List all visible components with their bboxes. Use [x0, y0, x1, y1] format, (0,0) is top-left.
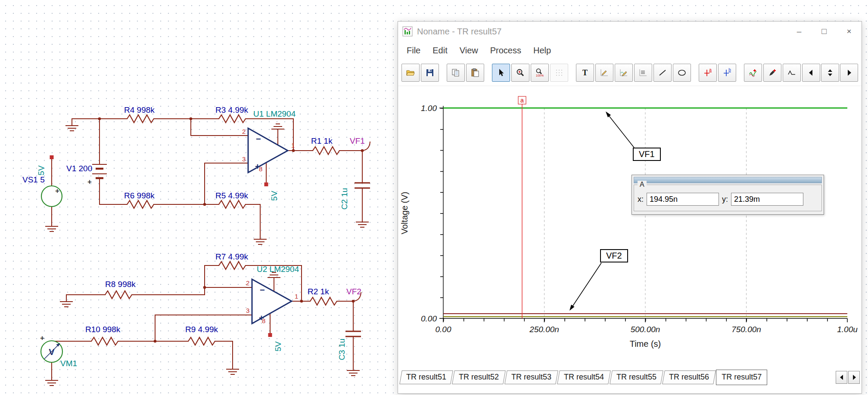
cursor-a-flag: a	[520, 97, 524, 104]
opamp-U1[interactable]: − +	[248, 128, 288, 173]
resistor-R10[interactable]	[91, 337, 118, 345]
cursor-y-label: y:	[722, 195, 728, 204]
annotation-vf1[interactable]: VF1	[633, 148, 661, 161]
cursor-a-button[interactable]: a	[699, 64, 717, 82]
tab-right-arrow-icon	[851, 374, 858, 381]
label-r10: R10 998k	[85, 325, 121, 334]
x-tick-2: 500.00n	[631, 325, 660, 334]
tab-scroll-right-button[interactable]	[848, 371, 860, 384]
zoom-100-button[interactable]: 100%	[531, 64, 549, 82]
resistor-R5[interactable]	[219, 201, 246, 208]
titlebar[interactable]: Noname - TR result57 – □ ×	[398, 22, 862, 41]
menu-process[interactable]: Process	[484, 46, 527, 56]
edit-curve-2-button[interactable]	[615, 64, 633, 82]
cursor-arrow-icon	[496, 68, 506, 77]
tab-tr-result51[interactable]: TR result51	[399, 370, 453, 384]
text-tool-button[interactable]: T	[576, 64, 594, 82]
plot-area[interactable]: 1.00 0.00 0.00 250.00n 500.00n 750.00n 1…	[398, 87, 862, 368]
axis-settings-button[interactable]	[634, 64, 652, 82]
capacitor-C3[interactable]	[345, 331, 361, 336]
cursor-x-label: x:	[638, 195, 644, 204]
select-tool-button[interactable]	[492, 64, 510, 82]
x-tick-1: 250.00n	[529, 325, 559, 334]
cursor-b-button[interactable]: b	[718, 64, 736, 82]
cursor-value-panel[interactable]: A x: y:	[632, 175, 824, 215]
u1-pin2: 2	[242, 128, 246, 135]
capacitor-C2[interactable]	[355, 183, 370, 188]
tab-tr-result57[interactable]: TR result57	[716, 370, 767, 385]
scroll-right-button[interactable]	[840, 64, 858, 82]
zoom-100-icon: 100%	[535, 68, 544, 77]
paste-button[interactable]	[466, 64, 484, 82]
minimize-button[interactable]: –	[787, 22, 812, 41]
voltage-source-VS1[interactable]: +	[41, 186, 62, 207]
marker-pen-button[interactable]	[763, 64, 781, 82]
maximize-button[interactable]: □	[812, 22, 837, 41]
resistor-R6[interactable]	[127, 201, 154, 208]
tab-tr-result54[interactable]: TR result54	[557, 370, 611, 384]
resistor-R3[interactable]	[219, 115, 246, 123]
annotation-vf2[interactable]: VF2	[600, 249, 628, 262]
label-u2: U2 LM2904	[257, 265, 299, 274]
x-axis-title: Time (s)	[630, 339, 661, 349]
menu-help[interactable]: Help	[527, 46, 557, 56]
tab-left-arrow-icon	[838, 374, 845, 381]
cursor-x-input[interactable]	[647, 193, 719, 206]
resistor-R7[interactable]	[219, 262, 246, 269]
u1-pin8: 8	[259, 165, 262, 173]
line-tool-button[interactable]	[653, 64, 672, 82]
resistor-R4[interactable]	[127, 115, 154, 123]
tab-tr-result52[interactable]: TR result52	[452, 370, 506, 384]
label-r3: R3 4.99k	[215, 105, 249, 114]
spinner-icon	[825, 68, 835, 77]
label-vm1: VM1	[60, 359, 77, 368]
svg-text:T: T	[582, 68, 588, 77]
u2-pin2: 2	[246, 279, 249, 287]
text-tool-icon: T	[580, 68, 590, 77]
resistor-R1[interactable]	[313, 147, 339, 154]
save-floppy-icon	[425, 68, 435, 77]
cursor-y-input[interactable]	[731, 193, 803, 206]
label-5v-u1: 5V	[270, 191, 279, 201]
battery-V1[interactable]	[92, 164, 107, 178]
edit-curve-button[interactable]	[595, 64, 613, 82]
cursor-group-label: A	[638, 181, 647, 188]
close-button[interactable]: ×	[837, 22, 862, 41]
resistor-R8[interactable]	[105, 291, 132, 299]
label-r1: R1 1k	[311, 136, 333, 145]
schematic-canvas[interactable]: − + − + + V + + R4 998k R3 4.99k U1 LM29…	[0, 0, 396, 395]
tab-tr-result55[interactable]: TR result55	[610, 370, 663, 384]
u2-minus-sign: −	[260, 285, 265, 295]
save-button[interactable]	[421, 64, 439, 82]
tab-tr-result56[interactable]: TR result56	[662, 370, 716, 384]
grid-button[interactable]	[550, 64, 568, 82]
add-curves-button[interactable]	[744, 64, 762, 82]
tab-tr-result53[interactable]: TR result53	[504, 370, 558, 384]
resistor-R2[interactable]	[310, 297, 337, 305]
copy-button[interactable]	[447, 64, 465, 82]
u2-pin1: 1	[295, 293, 298, 300]
menu-file[interactable]: File	[401, 46, 426, 56]
menu-edit[interactable]: Edit	[426, 46, 453, 56]
cursor-group-a: A x: y:	[634, 185, 822, 211]
ellipse-icon	[677, 68, 687, 77]
v1-plus-sign: +	[87, 178, 92, 186]
label-5v-vs1: 5V	[37, 165, 46, 176]
menu-view[interactable]: View	[454, 46, 484, 56]
ellipse-tool-button[interactable]	[673, 64, 691, 82]
spin-button[interactable]	[821, 64, 839, 82]
plot-canvas: 1.00 0.00 0.00 250.00n 500.00n 750.00n 1…	[398, 87, 862, 368]
label-r2: R2 1k	[308, 287, 329, 296]
opamp-U2[interactable]: − +	[252, 279, 292, 324]
scroll-left-button[interactable]	[802, 64, 820, 82]
zoom-in-button[interactable]	[511, 64, 529, 82]
label-5v-u2: 5V	[274, 341, 283, 352]
x-tick-3: 750.00n	[731, 325, 761, 334]
tab-scroll-left-button[interactable]	[836, 371, 847, 384]
cursor-a[interactable]: a	[518, 96, 526, 318]
voltmeter-VM1[interactable]: V +	[40, 334, 62, 362]
waveform-button[interactable]	[783, 64, 801, 82]
resistor-R9[interactable]	[188, 337, 215, 345]
open-button[interactable]	[401, 64, 420, 82]
cursor-panel-handle[interactable]	[634, 177, 822, 183]
